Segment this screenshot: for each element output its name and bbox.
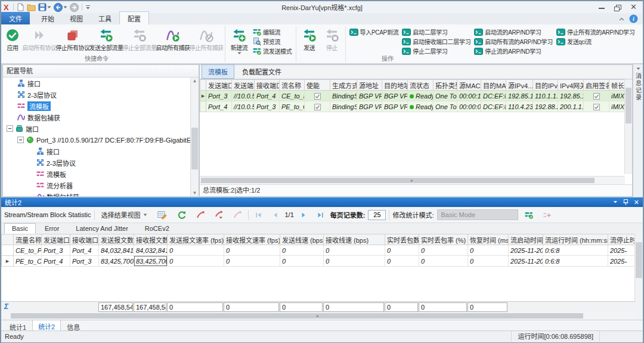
column-header[interactable]: 启用签名 bbox=[584, 80, 609, 91]
refresh-button[interactable] bbox=[174, 209, 190, 221]
table-cell[interactable]: Port_4 bbox=[206, 101, 232, 112]
apply-button[interactable]: 应用 bbox=[2, 26, 23, 55]
tree-expander-icon[interactable] bbox=[7, 125, 13, 132]
column-header[interactable]: 发送端口 bbox=[42, 234, 70, 245]
prev-page-button[interactable] bbox=[268, 211, 282, 220]
table-cell[interactable]: 2025- bbox=[608, 256, 636, 267]
table-cell[interactable]: 00:00:02... bbox=[457, 101, 481, 112]
table-cell[interactable]: BGP VP... bbox=[382, 101, 408, 112]
table-cell[interactable]: BGP VP... bbox=[357, 101, 382, 112]
table-cell[interactable]: //10.0.5... bbox=[232, 101, 255, 112]
column-header[interactable]: 实时丢包数 bbox=[385, 234, 419, 245]
forward-button[interactable] bbox=[70, 3, 79, 12]
table-cell[interactable]: 0 bbox=[385, 245, 419, 256]
table-cell[interactable]: 192.88.2... bbox=[533, 101, 558, 112]
stop-button[interactable]: 停止 bbox=[321, 26, 343, 55]
column-header[interactable]: 目的IPv... bbox=[533, 80, 558, 91]
table-cell[interactable]: Ready bbox=[408, 91, 434, 101]
stream-send-mode-button[interactable]: 流发送模式 bbox=[251, 47, 294, 55]
panel-close-icon[interactable]: ✕ bbox=[634, 199, 639, 206]
table-cell[interactable]: BGP VP... bbox=[382, 91, 408, 101]
start-all-protocols-button[interactable]: 启动所有协议 bbox=[23, 26, 56, 55]
stream-mode-button[interactable] bbox=[521, 210, 537, 220]
column-header[interactable]: 发送报文速率 (fps) bbox=[168, 234, 224, 245]
column-header[interactable]: 发送报文数 bbox=[99, 234, 134, 245]
table-row[interactable]: Port_4//10.0.5...Port_3PE_to_CEBindingS.… bbox=[200, 101, 626, 112]
start-stream-arp-nd-button[interactable]: 启动流的ARP/ND学习 bbox=[472, 27, 555, 36]
scroll-up-icon[interactable]: ▲ bbox=[191, 78, 199, 84]
import-pcap-button[interactable]: 导入PCAP到流 bbox=[348, 27, 401, 36]
stop-l2-learning-button[interactable]: 停止二层学习 bbox=[400, 47, 472, 55]
table-cell[interactable]: 192.85.1.1 bbox=[558, 91, 584, 101]
column-header[interactable]: 流状态 bbox=[408, 80, 434, 91]
tab-file[interactable]: 文件 bbox=[1, 12, 30, 24]
column-header[interactable]: 帧长类型 bbox=[609, 80, 626, 91]
table-cell[interactable]: 83,425,700 bbox=[134, 256, 168, 267]
tree-item[interactable]: 数据包捕获 bbox=[3, 112, 191, 123]
table-cell[interactable]: Port_4 bbox=[42, 256, 70, 267]
preview-stream-button[interactable]: 预览流 bbox=[251, 37, 294, 46]
table-row[interactable]: CE_to_PEPort_3Port_484,032,84184,032,841… bbox=[2, 245, 636, 256]
start-l2-learning-button[interactable]: 启动二层学习 bbox=[400, 27, 472, 36]
tree-vertical-scrollbar[interactable]: ▲ ▼ bbox=[190, 78, 199, 196]
column-header[interactable]: 接收报文速率 (fps) bbox=[224, 234, 280, 245]
table-cell[interactable]: Port_3 bbox=[206, 91, 232, 101]
table-cell[interactable]: 2025-11-20 0... bbox=[509, 256, 543, 267]
table-cell[interactable]: 0 bbox=[468, 245, 509, 256]
stop-stream-arp-nd-button[interactable]: 停止流的ARP/ND学习 bbox=[472, 47, 555, 55]
table-cell[interactable]: BindingS... bbox=[330, 101, 357, 112]
table-cell[interactable]: One To ... bbox=[434, 101, 457, 112]
table-row[interactable]: ▸Port_3//10.0.5...Port_4CE_to_PEBindingS… bbox=[200, 91, 626, 101]
per-page-input[interactable] bbox=[368, 210, 386, 220]
panel-menu-icon[interactable] bbox=[613, 200, 618, 204]
table-cell[interactable]: 200.1.1.1 bbox=[558, 101, 584, 112]
send-button[interactable]: 发送 bbox=[298, 26, 321, 55]
table-cell[interactable]: One To ... bbox=[434, 91, 457, 101]
table-cell[interactable]: 0 bbox=[224, 245, 280, 256]
column-header[interactable]: 流量名称 bbox=[14, 234, 42, 245]
clear-statistics-button[interactable] bbox=[193, 209, 208, 220]
column-header[interactable]: 流停止时间 bbox=[608, 234, 636, 245]
tree-item[interactable]: 数据包捕获 bbox=[3, 191, 191, 196]
stop-all-protocols-button[interactable]: 停止所有协议 bbox=[56, 26, 89, 55]
clear-page-button[interactable] bbox=[230, 209, 245, 220]
help-info-icon[interactable]: i bbox=[629, 14, 638, 23]
column-header[interactable]: 接收报文数 bbox=[134, 234, 168, 245]
stop-all-capture-button[interactable]: 停止所有捕获 bbox=[190, 26, 223, 55]
column-header[interactable]: 目的MA... bbox=[481, 80, 506, 91]
tab-load-profile[interactable]: 负载配置文件 bbox=[236, 64, 288, 79]
send-all-traffic-button[interactable]: 发送全部流量 bbox=[89, 26, 123, 55]
column-header[interactable]: 目的地址 bbox=[382, 80, 408, 91]
column-header[interactable]: 发送端口 bbox=[206, 80, 232, 91]
tree-item[interactable]: 2-3层协议 bbox=[3, 89, 191, 100]
table-row[interactable]: ▸PE_to_CEPort_4Port_383,425,70083,425,70… bbox=[2, 256, 636, 267]
tab-start[interactable]: 开始 bbox=[33, 12, 62, 24]
scroll-down-icon[interactable]: ▼ bbox=[191, 190, 199, 196]
new-stream-button[interactable]: 新建流 bbox=[227, 26, 251, 55]
start-all-streams-arp-nd-button[interactable]: 启动所有流的ARP/ND学习 bbox=[472, 37, 555, 46]
table-cell[interactable]: Port_4 bbox=[70, 245, 99, 256]
column-header[interactable]: 拓扑类型 bbox=[434, 80, 457, 91]
table-cell[interactable]: 00:00:12... bbox=[457, 91, 481, 101]
column-header[interactable]: 实时丢包率 (%) bbox=[419, 234, 468, 245]
column-header[interactable]: 流名称 bbox=[280, 80, 305, 91]
stats-horizontal-scrollbar[interactable]: ◂ ▸ bbox=[1, 312, 635, 320]
tree-item[interactable]: Port_3 //10.0.5.90/12/7 DC:EF:80:7F:D9:F… bbox=[3, 134, 191, 146]
column-header[interactable]: 流运行时间 (hh:mm:ss) bbox=[543, 234, 608, 245]
table-cell[interactable]: 0 bbox=[280, 256, 324, 267]
table-cell[interactable]: 83,425,700 bbox=[99, 256, 134, 267]
table-cell[interactable]: iMIX bbox=[609, 101, 626, 112]
scrollbar-thumb[interactable] bbox=[191, 128, 198, 169]
back-button[interactable] bbox=[54, 3, 67, 12]
table-cell[interactable]: 2025-11-20 0... bbox=[509, 245, 543, 256]
tree-expander-icon[interactable] bbox=[17, 137, 24, 143]
table-cell[interactable]: Ready bbox=[408, 101, 434, 112]
tree-item[interactable]: 流分析器 bbox=[3, 180, 191, 191]
column-header[interactable]: 接收端口 bbox=[255, 80, 280, 91]
tree-item[interactable]: 端口 bbox=[3, 123, 191, 134]
first-page-button[interactable] bbox=[252, 211, 265, 220]
table-cell[interactable] bbox=[584, 101, 609, 112]
tab-rocev2[interactable]: RoCEv2 bbox=[137, 223, 177, 234]
stop-all-traffic-button[interactable]: 停止全部流量 bbox=[123, 26, 156, 55]
table-cell[interactable]: Port_4 bbox=[255, 91, 280, 101]
